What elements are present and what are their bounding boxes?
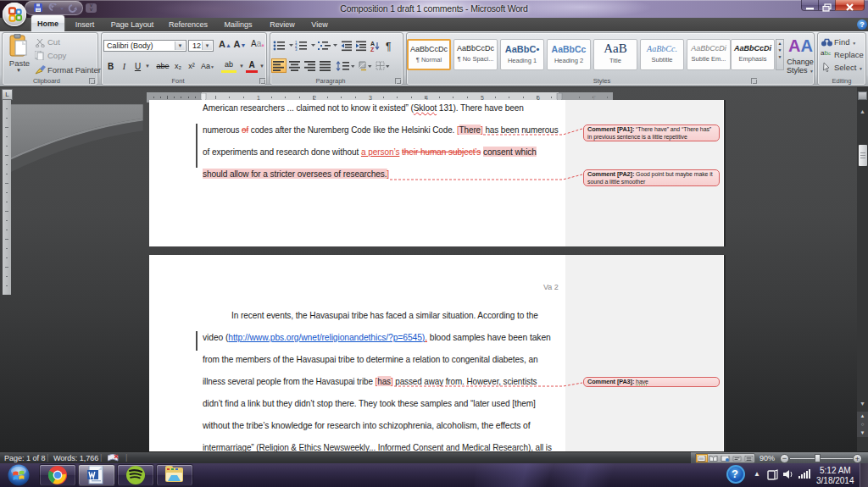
svg-text:3: 3 [295,47,298,52]
svg-text:Z: Z [370,47,375,53]
svg-text:¶: ¶ [386,41,391,52]
